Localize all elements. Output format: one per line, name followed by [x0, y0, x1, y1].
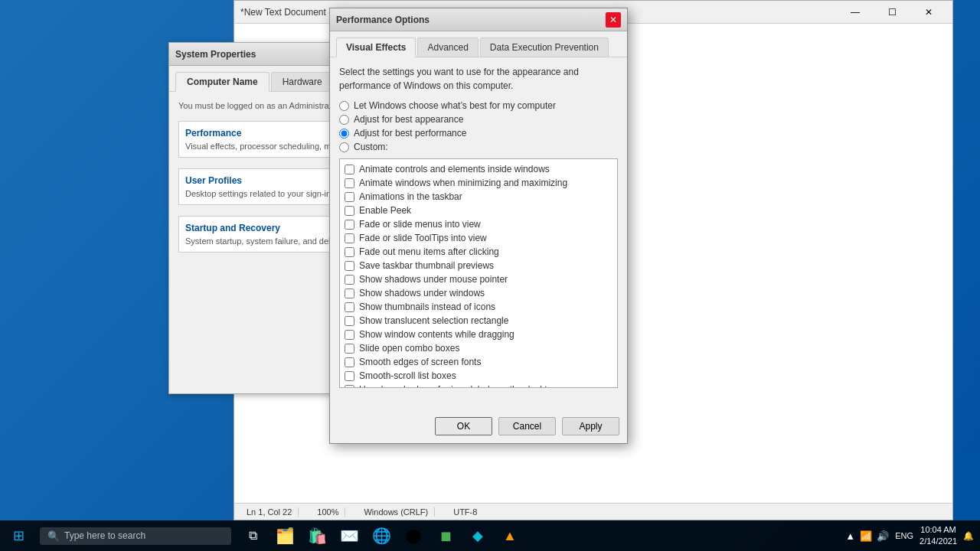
perf-checkbox-8[interactable]	[345, 261, 354, 271]
notepad-maximize-button[interactable]: ☐	[874, 1, 910, 24]
perf-checkbox-9[interactable]	[345, 275, 354, 285]
windows-icon: ⊞	[13, 527, 24, 544]
perf-checkbox-11[interactable]	[345, 302, 354, 312]
sysprops-tab-computer-name[interactable]: Computer Name	[175, 72, 270, 92]
perf-checkbox-item-4[interactable]: Enable Peek	[345, 204, 612, 217]
perf-radio-auto-label: Let Windows choose what’s best for my co…	[354, 100, 556, 111]
perf-checkbox-item-5[interactable]: Fade or slide menus into view	[345, 217, 612, 231]
perf-radio-performance[interactable]: Adjust for best performance	[339, 128, 618, 139]
perf-checkbox-item-10[interactable]: Show shadows under windows	[345, 286, 612, 300]
perf-bottom-buttons: OK Cancel Apply	[435, 417, 619, 435]
perf-checkbox-3[interactable]	[345, 192, 354, 202]
taskbar-search-box[interactable]: 🔍 Type here to search	[40, 527, 231, 545]
perf-radio-custom-label: Custom:	[354, 142, 388, 152]
sysprops-tab-hardware[interactable]: Hardware	[271, 72, 334, 91]
notifications-icon[interactable]: 🔔	[963, 531, 974, 541]
taskbar-system-icons: ▲ 📶 🔊	[845, 530, 889, 542]
file-explorer-icon: 🗂️	[276, 527, 295, 545]
notepad-minimize-button[interactable]: —	[838, 1, 873, 24]
start-button[interactable]: ⊞	[0, 520, 37, 551]
perf-checkbox-2[interactable]	[345, 178, 354, 188]
taskbar-app-7[interactable]: ◆	[462, 520, 493, 551]
perf-checkbox-label-15: Smooth edges of screen fonts	[359, 357, 481, 367]
perf-checkbox-13[interactable]	[345, 330, 354, 340]
volume-icon[interactable]: 🔊	[877, 530, 889, 542]
perf-checkbox-label-13: Show window contents while dragging	[359, 329, 514, 340]
perf-checkbox-label-11: Show thumbnails instead of icons	[359, 302, 495, 312]
perf-checkbox-10[interactable]	[345, 289, 354, 298]
perf-checkbox-item-13[interactable]: Show window contents while dragging	[345, 328, 612, 341]
edge-icon: 🌐	[372, 527, 391, 545]
perf-ok-button[interactable]: OK	[435, 417, 492, 435]
expand-tray-icon[interactable]: ▲	[845, 530, 855, 542]
perf-apply-button[interactable]: Apply	[562, 417, 619, 435]
perf-checkbox-12[interactable]	[345, 316, 354, 326]
perf-close-button[interactable]: ✕	[606, 12, 621, 28]
perf-radio-custom-input[interactable]	[339, 142, 349, 152]
perf-tab-dep[interactable]: Data Execution Prevention	[480, 37, 609, 57]
taskbar-store-app[interactable]: 🛍️	[302, 520, 332, 551]
taskbar-taskview-button[interactable]: ⧉	[237, 520, 268, 551]
perf-checkbox-1[interactable]	[345, 165, 354, 174]
perf-checkbox-7[interactable]	[345, 247, 354, 257]
perf-checkbox-item-9[interactable]: Show shadows under mouse pointer	[345, 272, 612, 286]
perf-checkbox-item-14[interactable]: Slide open combo boxes	[345, 341, 612, 355]
perf-checkbox-label-3: Animations in the taskbar	[359, 191, 462, 202]
perf-checkbox-17[interactable]	[345, 385, 354, 389]
perf-checkbox-14[interactable]	[345, 344, 354, 354]
notepad-window-controls: — ☐ ✕	[838, 1, 946, 24]
taskbar-chrome-browser[interactable]: ⬤	[398, 520, 429, 551]
perf-checkbox-item-12[interactable]: Show translucent selection rectangle	[345, 314, 612, 328]
notepad-statusbar: Ln 1, Col 22 100% Windows (CRLF) UTF-8	[234, 503, 952, 520]
perf-checkbox-item-1[interactable]: Animate controls and elements inside win…	[345, 162, 612, 176]
perf-effects-list[interactable]: Animate controls and elements inside win…	[339, 158, 618, 388]
perf-radio-auto-input[interactable]	[339, 101, 349, 111]
perf-checkbox-label-4: Enable Peek	[359, 205, 411, 216]
desktop: *New Text Document - Notepad — ☐ ✕ Ln 1,…	[0, 0, 980, 551]
perf-radio-appearance-input[interactable]	[339, 115, 349, 125]
perf-checkbox-6[interactable]	[345, 233, 354, 243]
perf-radio-custom[interactable]: Custom:	[339, 142, 618, 152]
taskbar-mail-app[interactable]: ✉️	[334, 520, 364, 551]
perf-checkbox-item-17[interactable]: Use drop shadows for icon labels on the …	[345, 383, 612, 388]
perf-checkbox-4[interactable]	[345, 206, 354, 216]
notepad-encoding: UTF-8	[447, 507, 483, 517]
taskbar-app-8[interactable]: ▲	[495, 520, 525, 551]
taskbar-time-display: 10:04 AM	[920, 524, 957, 536]
perf-checkbox-item-7[interactable]: Fade out menu items after clicking	[345, 245, 612, 259]
perf-checkbox-item-16[interactable]: Smooth-scroll list boxes	[345, 369, 612, 383]
perf-radio-performance-input[interactable]	[339, 129, 349, 139]
perf-checkbox-item-6[interactable]: Fade or slide ToolTips into view	[345, 231, 612, 245]
perf-radio-appearance[interactable]: Adjust for best appearance	[339, 114, 618, 125]
taskbar-file-explorer[interactable]: 🗂️	[270, 520, 300, 551]
perf-checkbox-label-17: Use drop shadows for icon labels on the …	[359, 384, 557, 388]
perf-checkbox-item-2[interactable]: Animate windows when minimizing and maxi…	[345, 176, 612, 190]
perf-checkbox-item-8[interactable]: Save taskbar thumbnail previews	[345, 259, 612, 272]
perf-visual-effects-content: Select the settings you want to use for …	[330, 57, 627, 396]
taskbar-edge-browser[interactable]: 🌐	[366, 520, 397, 551]
perf-radio-auto[interactable]: Let Windows choose what’s best for my co…	[339, 100, 618, 111]
perf-titlebar: Performance Options ✕	[330, 8, 627, 31]
perf-checkbox-item-15[interactable]: Smooth edges of screen fonts	[345, 355, 612, 369]
perf-checkbox-5[interactable]	[345, 220, 354, 230]
store-icon: 🛍️	[308, 527, 327, 545]
perf-checkbox-item-3[interactable]: Animations in the taskbar	[345, 190, 612, 204]
taskbar-clock[interactable]: 10:04 AM 2/14/2021	[920, 524, 957, 548]
perf-checkbox-label-7: Fade out menu items after clicking	[359, 246, 499, 257]
perf-checkbox-label-9: Show shadows under mouse pointer	[359, 274, 508, 285]
perf-radio-group: Let Windows choose what’s best for my co…	[339, 100, 618, 152]
perf-tab-advanced[interactable]: Advanced	[417, 37, 478, 57]
network-icon[interactable]: 📶	[860, 530, 872, 542]
perf-cancel-button[interactable]: Cancel	[498, 417, 556, 435]
perf-checkbox-label-10: Show shadows under windows	[359, 288, 485, 298]
taskbar-app-6[interactable]: ◼	[430, 520, 461, 551]
perf-checkbox-label-8: Save taskbar thumbnail previews	[359, 260, 494, 271]
notepad-close-button[interactable]: ✕	[911, 1, 946, 24]
taskbar-search-label: Type here to search	[64, 530, 145, 541]
perf-tab-visual-effects[interactable]: Visual Effects	[336, 37, 416, 57]
taskbar-right-area: ▲ 📶 🔊 ENG 10:04 AM 2/14/2021 🔔	[845, 524, 980, 548]
perf-checkbox-item-11[interactable]: Show thumbnails instead of icons	[345, 300, 612, 314]
app6-icon: ◼	[440, 527, 452, 544]
perf-checkbox-15[interactable]	[345, 357, 354, 367]
perf-checkbox-16[interactable]	[345, 371, 354, 381]
